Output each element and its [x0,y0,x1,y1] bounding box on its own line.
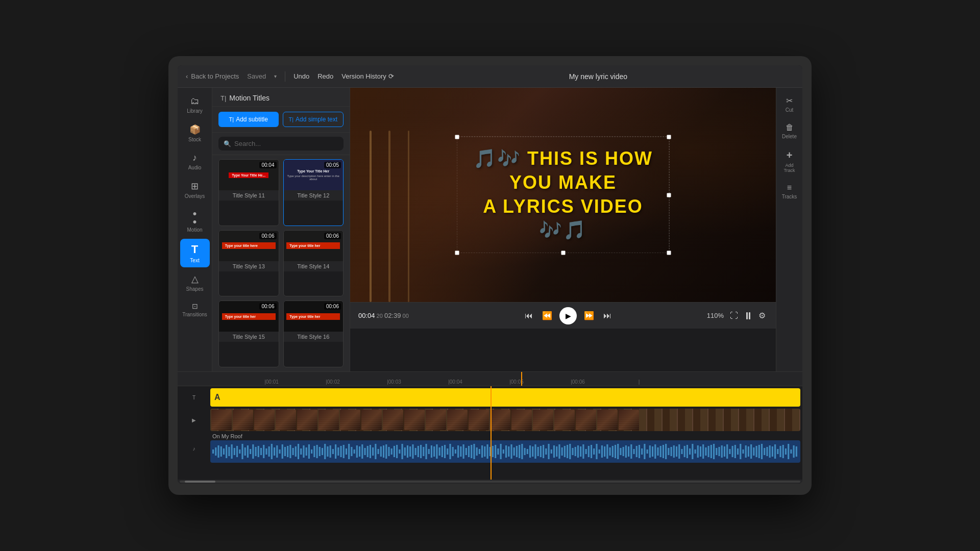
ruler-mark-6: | [608,379,670,386]
svg-rect-12 [244,447,246,456]
delete-action[interactable]: 🗑 Delete [778,119,801,143]
sidebar-item-shapes[interactable]: △ Shapes [180,269,210,296]
sidebar-item-stock[interactable]: 📦 Stock [180,120,210,146]
video-preview[interactable]: 🎵🎶 THIS IS HOW YOU MAKEA LYRICS VIDEO 🎶🎵 [350,88,776,302]
svg-rect-67 [391,448,393,455]
sidebar-item-text[interactable]: T Text [180,239,210,267]
handle-tr[interactable] [667,135,671,139]
svg-rect-19 [263,445,264,458]
text-track-a-label: A [214,393,220,402]
handle-br[interactable] [667,251,671,255]
skip-to-start-button[interactable]: ⏮ [523,309,535,322]
scrollbar-thumb[interactable] [185,481,215,483]
add-simple-text-label: Add simple text [296,116,337,123]
cut-action[interactable]: ✂ Cut [778,92,801,117]
title-card-16-preview: 00:06 Type your title her [284,301,344,332]
title-card-15[interactable]: 00:06 Type your title her Title Style 15 [218,300,279,367]
sidebar-item-overlays[interactable]: ⊞ Overlays [180,177,210,203]
handle-bl[interactable] [455,251,459,255]
sidebar-item-audio[interactable]: ♪ Audio [180,148,210,174]
svg-rect-37 [311,449,312,454]
sidebar-item-transitions[interactable]: ⊡ Transitions [180,298,210,321]
frame-9 [383,410,403,430]
title-card-12[interactable]: 00:05 Type Your Title Her Type your desc… [283,159,344,226]
add-simple-text-button[interactable]: T| Add simple text [283,112,344,127]
svg-rect-184 [702,444,704,459]
svg-rect-50 [346,448,347,455]
title-card-16[interactable]: 00:06 Type your title her Title Style 16 [283,300,344,367]
ruler-time-5: |00:06 [571,379,585,385]
transitions-icon: ⊡ [192,302,198,310]
skip-back-button[interactable]: ⏪ [540,309,554,322]
guitar-string-1 [370,131,372,302]
handle-tl[interactable] [455,135,459,139]
panel-buttons: T| Add subtitle T| Add simple text [212,107,350,133]
tracks-icon: ≡ [787,183,792,192]
svg-rect-167 [657,447,658,456]
fullscreen-button[interactable]: ⛶ [728,309,740,322]
video-track[interactable] [210,409,800,431]
svg-rect-166 [654,444,656,459]
title-card-14[interactable]: 00:06 Type your title her Title Style 14 [283,230,344,297]
svg-rect-2 [217,445,219,458]
svg-rect-172 [671,447,672,456]
tracks-label: Tracks [782,194,797,199]
redo-button[interactable]: Redo [317,72,333,80]
frame-12 [447,410,468,430]
svg-rect-197 [737,448,739,455]
sidebar-item-motion[interactable]: ●● Motion [180,205,210,237]
video-area: 🎵🎶 THIS IS HOW YOU MAKEA LYRICS VIDEO 🎶🎵… [350,88,776,371]
timeline-ruler[interactable]: |00:01 |00:02 |00:03 |00:04 |00:05 [178,372,802,386]
svg-rect-89 [449,444,451,459]
settings-button[interactable]: ⚙ [756,309,768,322]
svg-rect-180 [692,444,693,459]
panel-title: Motion Titles [229,94,270,102]
svg-rect-210 [772,446,773,457]
text-track[interactable]: A [210,388,800,407]
skip-to-end-button[interactable]: ⏭ [601,309,614,322]
ruler-time-1: |00:02 [326,379,340,385]
library-icon: 🗂 [190,96,200,107]
svg-rect-214 [782,445,784,458]
saved-dropdown-icon[interactable]: ▾ [274,73,277,79]
svg-rect-91 [455,449,456,454]
ruler-time-6: | [639,379,640,385]
svg-rect-130 [558,444,560,459]
sidebar-label-shapes: Shapes [186,286,204,292]
video-track-label-area: ▶ [180,409,208,431]
back-to-projects-button[interactable]: ‹ Back to Projects [186,72,239,80]
svg-rect-10 [239,449,240,454]
svg-rect-41 [322,448,323,455]
svg-rect-64 [383,445,384,458]
title-card-11[interactable]: 00:04 Type Your Title He... Title Style … [218,159,279,226]
audio-track[interactable] [210,440,800,463]
svg-rect-32 [298,444,299,459]
video-text-overlay[interactable]: 🎵🎶 THIS IS HOW YOU MAKEA LYRICS VIDEO 🎶🎵 [457,136,670,253]
waveform-svg [212,442,798,461]
svg-rect-127 [551,449,552,454]
video-controls: 00:04 20 02:39 00 ⏮ ⏪ ▶ ⏩ ⏭ 110% ⛶ [350,302,776,329]
svg-rect-101 [481,445,483,458]
skip-forward-button[interactable]: ⏩ [582,309,596,322]
svg-rect-43 [327,446,328,457]
subtitle-icon: T| [229,116,234,122]
sidebar-item-library[interactable]: 🗂 Library [180,92,210,118]
add-subtitle-button[interactable]: T| Add subtitle [218,112,279,127]
project-title: My new lyric video [402,72,794,81]
add-track-action[interactable]: + Add Track [778,145,801,177]
handle-bm[interactable] [561,251,565,255]
pause-segments-button[interactable] [744,310,752,321]
timeline-playhead-ruler[interactable] [521,372,522,386]
sidebar-label-transitions: Transitions [182,312,207,317]
handle-mr[interactable] [667,193,671,197]
title-card-13[interactable]: 00:06 Type your title here Title Style 1… [218,230,279,297]
svg-rect-55 [359,446,360,457]
undo-button[interactable]: Undo [293,72,309,80]
version-history-button[interactable]: Version History ⟳ [341,72,394,80]
svg-rect-208 [766,447,768,456]
play-pause-button[interactable]: ▶ [559,307,577,324]
search-input[interactable] [234,140,338,147]
audio-track-container: On My Roof [210,433,800,463]
timeline-scrollbar[interactable] [178,480,802,484]
tracks-action[interactable]: ≡ Tracks [778,179,801,204]
